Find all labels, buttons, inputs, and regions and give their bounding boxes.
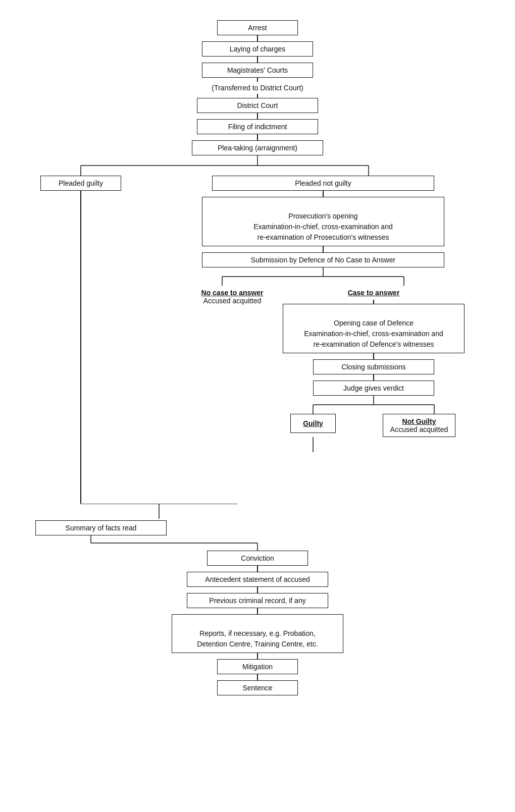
pleaded-not-guilty-label: Pleaded not guilty (295, 179, 351, 187)
accused-acquitted-2-label: Accused acquitted (390, 425, 448, 434)
opening-defence-label: Opening case of Defence Examination-in-c… (304, 319, 443, 348)
main-split: Pleaded guilty Pleaded not guilty Prosec… (15, 176, 500, 504)
antecedent-label: Antecedent statement of accused (205, 575, 310, 583)
conn1 (257, 35, 258, 41)
right-not-guilty-col: Pleaded not guilty Prosecution's opening… (146, 176, 500, 452)
verdict-row: Guilty Not Guilty Accused acquitted (283, 414, 465, 437)
verdict-svg (283, 396, 465, 414)
conviction-label: Conviction (241, 554, 274, 562)
summary-facts-col: Summary of facts read (25, 520, 177, 535)
conn2 (257, 57, 258, 63)
conn-cta3 (373, 374, 374, 381)
magistrates-box: Magistrates' Courts (202, 63, 313, 78)
conn4 (257, 94, 258, 98)
guilty-col: Guilty (283, 414, 343, 433)
antecedent-box: Antecedent statement of accused (187, 572, 328, 587)
left-long-conn (80, 191, 81, 504)
filing-indictment-label: Filing of indictment (228, 123, 287, 131)
arrest-box: Arrest (217, 20, 298, 35)
conn-cta2 (373, 353, 374, 359)
prosecution-opening-box: Prosecution's opening Examination-in-chi… (202, 197, 444, 246)
summary-conviction-svg (15, 535, 500, 551)
opening-defence-box: Opening case of Defence Examination-in-c… (283, 304, 465, 353)
reports-box: Reports, if necessary, e.g. Probation, D… (172, 614, 343, 653)
conn-b3 (257, 608, 258, 614)
verdict-branch-lines (283, 396, 465, 414)
no-case-label: No case to answer (201, 289, 264, 297)
conn3 (257, 78, 258, 82)
summary-to-conviction-lines (15, 535, 500, 551)
accused-acquitted-1-label: Accused acquitted (201, 297, 264, 305)
conn-r1 (323, 191, 324, 197)
summary-facts-label: Summary of facts read (66, 524, 137, 532)
closing-submissions-label: Closing submissions (341, 363, 406, 371)
no-case-box: No case to answer Accused acquitted (196, 286, 269, 308)
conn5 (257, 113, 258, 119)
arrest-label: Arrest (248, 24, 267, 32)
transferred-text: (Transferred to District Court) (212, 84, 303, 92)
judge-verdict-box: Judge gives verdict (313, 381, 434, 396)
conn6 (257, 134, 258, 140)
previous-record-label: Previous criminal record, if any (209, 597, 305, 605)
guilty-label: Guilty (303, 419, 323, 427)
pleaded-not-guilty-box: Pleaded not guilty (212, 176, 434, 191)
plea-taking-box: Plea-taking (arraignment) (192, 140, 323, 155)
laying-charges-box: Laying of charges (202, 41, 313, 57)
guilty-down-svg (283, 437, 465, 452)
submission-defence-label: Submission by Defence of No Case to Answ… (251, 256, 395, 264)
summary-facts-box: Summary of facts read (35, 520, 167, 535)
flowchart: Arrest Laying of charges Magistrates' Co… (15, 10, 500, 711)
top-section: Arrest Laying of charges Magistrates' Co… (15, 10, 500, 155)
branch-svg-top (15, 155, 500, 176)
conn-b4 (257, 653, 258, 659)
submission-defence-box: Submission by Defence of No Case to Answ… (202, 252, 444, 267)
district-court-label: District Court (237, 101, 278, 110)
conviction-box: Conviction (207, 551, 308, 566)
merge-area (15, 504, 500, 520)
mitigation-box: Mitigation (217, 659, 298, 674)
summary-row-wrap: Summary of facts read (15, 520, 500, 535)
no-case-sub-col: No case to answer Accused acquitted (182, 286, 283, 308)
left-guilty-col: Pleaded guilty (15, 176, 146, 504)
judge-verdict-label: Judge gives verdict (343, 384, 404, 392)
laying-charges-label: Laying of charges (230, 45, 286, 53)
reports-label: Reports, if necessary, e.g. Probation, D… (197, 629, 318, 648)
prosecution-opening-label: Prosecution's opening Examination-in-chi… (253, 212, 392, 241)
not-guilty-box: Not Guilty Accused acquitted (383, 414, 455, 437)
conn-b5 (257, 674, 258, 680)
guilty-down-lines (283, 437, 465, 452)
guilty-box: Guilty (290, 414, 336, 433)
case-to-answer-label: Case to answer (348, 289, 400, 297)
previous-record-box: Previous criminal record, if any (187, 593, 328, 608)
case-to-answer-sub-col: Case to answer Opening case of Defence E… (283, 286, 465, 452)
plea-taking-label: Plea-taking (arraignment) (218, 144, 297, 152)
mitigation-label: Mitigation (242, 663, 273, 671)
merge-svg (15, 504, 500, 519)
sentence-box: Sentence (217, 680, 298, 695)
pleaded-guilty-box: Pleaded guilty (40, 176, 121, 191)
bottom-section: Conviction Antecedent statement of accus… (15, 551, 500, 711)
conn-cta1 (373, 300, 374, 304)
conn-r2 (323, 246, 324, 252)
no-case-svg (182, 267, 465, 286)
conn-b1 (257, 566, 258, 572)
conn-b2 (257, 587, 258, 593)
pleaded-guilty-label: Pleaded guilty (59, 179, 103, 187)
case-to-answer-label-wrap: Case to answer (343, 286, 405, 300)
district-court-box: District Court (197, 98, 318, 113)
sentence-label: Sentence (242, 684, 272, 692)
magistrates-label: Magistrates' Courts (227, 66, 288, 74)
closing-submissions-box: Closing submissions (313, 359, 434, 374)
not-guilty-col: Not Guilty Accused acquitted (374, 414, 465, 437)
no-case-split: No case to answer Accused acquitted Case… (182, 286, 465, 452)
not-guilty-label: Not Guilty (390, 417, 448, 425)
no-case-branch-lines (182, 267, 465, 286)
filing-indictment-box: Filing of indictment (197, 119, 318, 134)
branch-lines-top (15, 155, 500, 176)
